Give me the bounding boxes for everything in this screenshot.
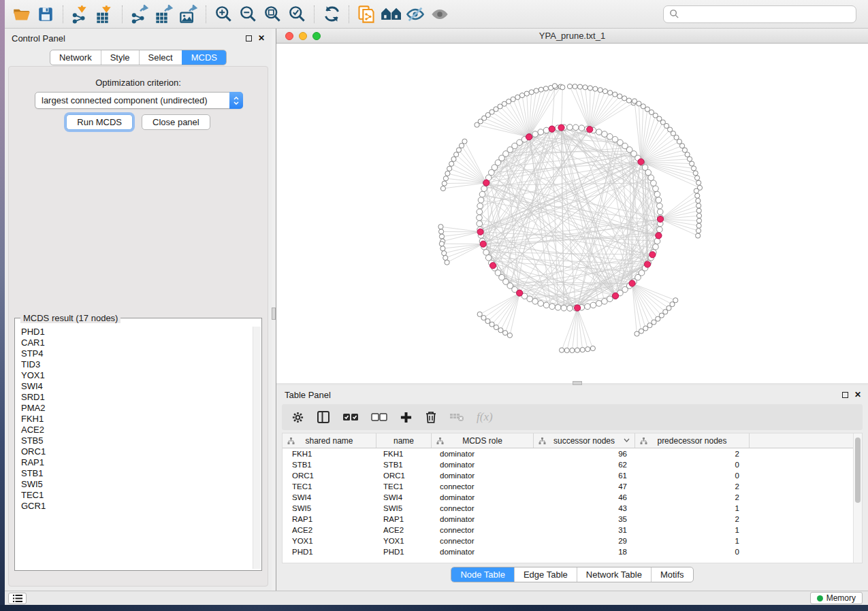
- sort-chevron-icon[interactable]: [624, 438, 630, 442]
- search-field[interactable]: [663, 5, 856, 23]
- cell-successor-nodes[interactable]: 31: [534, 525, 635, 535]
- mcds-result-item[interactable]: SRD1: [16, 392, 252, 403]
- cell-shared-name[interactable]: FKH1: [283, 448, 376, 459]
- table-row[interactable]: ACE2ACE2connector311: [283, 525, 853, 535]
- leaf-node[interactable]: [456, 148, 461, 152]
- export-image-icon[interactable]: [176, 3, 201, 25]
- network-node[interactable]: [477, 203, 483, 209]
- mcds-result-item[interactable]: TEC1: [16, 490, 252, 501]
- cell-shared-name[interactable]: ORC1: [283, 470, 376, 481]
- mcds-dominator-node[interactable]: [489, 263, 496, 269]
- leaf-node[interactable]: [440, 246, 445, 251]
- close-panel-icon[interactable]: ✕: [258, 34, 265, 42]
- close-panel-button[interactable]: Close panel: [142, 114, 210, 130]
- leaf-node[interactable]: [696, 233, 701, 238]
- leaf-node[interactable]: [443, 255, 448, 260]
- select-all-rows-icon[interactable]: [342, 412, 359, 423]
- tab-style[interactable]: Style: [101, 50, 139, 65]
- mcds-result-item[interactable]: ORC1: [16, 446, 252, 457]
- tab-mcds[interactable]: MCDS: [182, 50, 226, 65]
- cell-name[interactable]: STB1: [376, 459, 432, 470]
- leaf-node[interactable]: [696, 218, 701, 223]
- table-row[interactable]: TEC1TEC1connector472: [283, 481, 853, 492]
- run-mcds-button[interactable]: Run MCDS: [66, 114, 133, 130]
- mcds-dominator-node[interactable]: [480, 241, 486, 247]
- network-graph[interactable]: [276, 44, 868, 383]
- hide-selected-eye-icon[interactable]: [403, 3, 428, 25]
- mcds-dominator-node[interactable]: [638, 159, 644, 165]
- mcds-dominator-node[interactable]: [526, 134, 532, 140]
- mcds-result-item[interactable]: GCR1: [16, 501, 252, 512]
- table-row[interactable]: SWI4SWI4dominator462: [283, 492, 853, 503]
- leaf-node[interactable]: [489, 322, 494, 327]
- network-node[interactable]: [555, 305, 561, 311]
- memory-button[interactable]: Memory: [810, 592, 863, 604]
- leaf-node[interactable]: [685, 152, 690, 157]
- tab-edge-table[interactable]: Edge Table: [514, 567, 577, 582]
- leaf-node[interactable]: [639, 329, 643, 333]
- add-column-icon[interactable]: [400, 411, 413, 424]
- export-table-icon[interactable]: [152, 3, 176, 25]
- network-node[interactable]: [543, 127, 549, 133]
- leaf-node[interactable]: [696, 203, 701, 208]
- leaf-node[interactable]: [583, 85, 588, 90]
- mcds-dominator-node[interactable]: [575, 305, 581, 311]
- cell-successor-nodes[interactable]: 29: [534, 535, 635, 546]
- cell-predecessor-nodes[interactable]: 1: [635, 503, 750, 514]
- network-node[interactable]: [538, 129, 544, 135]
- leaf-node[interactable]: [515, 95, 520, 99]
- leaf-node[interactable]: [494, 325, 498, 330]
- leaf-node[interactable]: [559, 348, 564, 352]
- leaf-node[interactable]: [503, 331, 508, 335]
- network-node[interactable]: [585, 303, 591, 310]
- leaf-node[interactable]: [632, 99, 637, 103]
- mcds-dominator-node[interactable]: [517, 290, 523, 296]
- mcds-result-item[interactable]: STB1: [16, 468, 252, 479]
- leaf-node[interactable]: [449, 161, 454, 166]
- leaf-node[interactable]: [696, 180, 701, 185]
- leaf-node[interactable]: [696, 213, 701, 218]
- network-node[interactable]: [653, 244, 659, 250]
- table-row[interactable]: PHD1PHD1dominator180: [283, 546, 853, 557]
- leaf-node[interactable]: [439, 234, 444, 239]
- leaf-node[interactable]: [442, 181, 447, 186]
- zoom-in-icon[interactable]: [211, 3, 236, 25]
- leaf-node[interactable]: [613, 92, 617, 97]
- network-node[interactable]: [596, 301, 602, 307]
- cell-mcds-role[interactable]: dominator: [432, 546, 534, 557]
- cell-predecessor-nodes[interactable]: 0: [635, 470, 750, 481]
- leaf-node[interactable]: [696, 198, 701, 203]
- cell-predecessor-nodes[interactable]: 0: [635, 546, 750, 557]
- delete-columns-trash-icon[interactable]: [425, 410, 437, 424]
- network-node[interactable]: [477, 220, 483, 227]
- leaf-node[interactable]: [534, 88, 539, 93]
- leaf-node[interactable]: [564, 348, 569, 352]
- home-view-icon[interactable]: [379, 3, 403, 25]
- network-node[interactable]: [590, 302, 596, 308]
- tab-network-table[interactable]: Network Table: [577, 567, 651, 582]
- cell-name[interactable]: FKH1: [376, 448, 432, 459]
- cell-shared-name[interactable]: SWI4: [283, 492, 376, 503]
- leaf-node[interactable]: [634, 331, 639, 336]
- leaf-node[interactable]: [477, 312, 482, 316]
- leaf-node[interactable]: [443, 176, 448, 181]
- leaf-node[interactable]: [560, 85, 565, 90]
- mcds-dominator-node[interactable]: [587, 127, 593, 133]
- cell-predecessor-nodes[interactable]: 2: [635, 492, 750, 503]
- cell-name[interactable]: ORC1: [376, 470, 432, 481]
- network-node[interactable]: [543, 302, 549, 308]
- cell-shared-name[interactable]: ACE2: [283, 525, 376, 535]
- tab-select[interactable]: Select: [139, 50, 182, 65]
- leaf-node[interactable]: [580, 348, 585, 352]
- mcds-result-item[interactable]: PHD1: [16, 327, 252, 337]
- mcds-result-item[interactable]: RAP1: [16, 457, 252, 468]
- leaf-node[interactable]: [696, 208, 701, 213]
- network-node[interactable]: [567, 306, 573, 312]
- network-node[interactable]: [532, 299, 539, 305]
- leaf-node[interactable]: [454, 152, 459, 157]
- leaf-node[interactable]: [694, 176, 699, 180]
- network-node[interactable]: [657, 203, 663, 209]
- cell-successor-nodes[interactable]: 46: [534, 492, 635, 503]
- leaf-node[interactable]: [593, 86, 598, 91]
- network-node[interactable]: [654, 238, 660, 244]
